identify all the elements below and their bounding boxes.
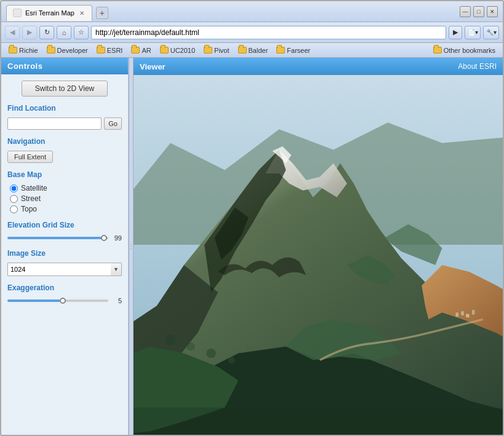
bookmark-uc2010[interactable]: UC2010 (156, 46, 199, 55)
bookmark-label: Other bookmarks (444, 47, 495, 54)
image-size-select[interactable]: 256 512 1024 2048 (7, 263, 113, 276)
bookmark-developer[interactable]: Developer (43, 46, 92, 55)
base-map-radio-group: Satellite Street Topo (7, 184, 122, 213)
address-input[interactable] (91, 26, 446, 39)
folder-icon (9, 47, 17, 54)
home-btn[interactable]: ⌂ (57, 26, 71, 39)
image-size-label: Image Size (7, 249, 122, 258)
find-location-input[interactable] (7, 117, 102, 130)
find-location-label: Find Location (7, 104, 122, 113)
bookmark-farseer[interactable]: Farseer (273, 46, 314, 55)
svg-point-19 (228, 357, 235, 363)
controls-panel: Controls Switch to 2D View Find Location… (1, 58, 129, 435)
window-controls: — □ ✕ (460, 6, 498, 17)
bookmark-label: Pivot (214, 47, 229, 54)
elevation-grid-size-label: Elevation Grid Size (7, 221, 122, 229)
switch-view-btn[interactable]: Switch to 2D View (22, 81, 108, 97)
bookmark-pivot[interactable]: Pivot (200, 46, 233, 55)
bookmark-label: AR (142, 47, 151, 54)
folder-icon (238, 47, 247, 54)
folder-icon (276, 47, 285, 54)
bookmark-label: Farseer (287, 47, 310, 54)
svg-rect-12 (456, 312, 458, 317)
maximize-btn[interactable]: □ (473, 6, 484, 17)
close-btn[interactable]: ✕ (487, 6, 498, 17)
bookmark-label: UC2010 (170, 47, 195, 54)
controls-body: Switch to 2D View Find Location Go Navig… (1, 74, 128, 311)
refresh-btn[interactable]: ↻ (39, 26, 54, 39)
bookmark-label: ESRI (107, 47, 123, 54)
bookmark-label: Developer (57, 47, 88, 54)
new-tab-btn[interactable]: + (96, 7, 108, 19)
select-arrow-icon[interactable]: ▼ (111, 263, 122, 276)
folder-icon (131, 47, 140, 54)
terrain-map-svg (134, 75, 503, 435)
minimize-btn[interactable]: — (460, 6, 471, 17)
exaggeration-slider-value: 5 (112, 297, 122, 304)
tab-favicon (13, 9, 22, 17)
folder-icon (160, 47, 169, 54)
exaggeration-slider-track[interactable] (7, 299, 108, 302)
address-go-btn[interactable]: ▶ (449, 26, 462, 39)
title-bar: Esri Terrain Map ✕ + — □ ✕ (1, 1, 503, 22)
tab-title: Esri Terrain Map (25, 9, 74, 17)
bookmark-label: Balder (249, 47, 268, 54)
radio-satellite[interactable]: Satellite (10, 184, 122, 192)
viewer-title: Viewer (140, 62, 166, 71)
viewer-header: Viewer About ESRI (134, 58, 503, 75)
bookmark-esri[interactable]: ESRI (93, 46, 127, 55)
browser-tab[interactable]: Esri Terrain Map ✕ (6, 5, 92, 21)
back-btn[interactable]: ◀ (5, 26, 20, 39)
star-btn[interactable]: ☆ (74, 26, 89, 39)
other-bookmarks[interactable]: Other bookmarks (430, 46, 499, 55)
exaggeration-label: Exaggeration (7, 283, 122, 292)
svg-rect-13 (461, 311, 463, 315)
folder-icon (97, 47, 105, 54)
nav-bar: ◀ ▶ ↻ ⌂ ☆ ▶ 📄▾ 🔧▾ (1, 22, 503, 43)
svg-point-17 (186, 343, 194, 351)
find-row: Go (7, 117, 122, 130)
svg-point-16 (165, 335, 176, 346)
svg-rect-22 (134, 408, 503, 435)
about-esri-link[interactable]: About ESRI (458, 62, 497, 71)
folder-icon (204, 47, 212, 54)
radio-street[interactable]: Street (10, 194, 122, 203)
resize-handle[interactable]: ⋮ (129, 58, 134, 435)
tab-close-btn[interactable]: ✕ (78, 10, 86, 17)
browser-window: Esri Terrain Map ✕ + — □ ✕ ◀ ▶ ↻ ⌂ ☆ ▶ 📄… (0, 0, 504, 436)
folder-icon (47, 47, 55, 54)
elevation-slider-value: 99 (112, 234, 122, 242)
folder-icon (433, 47, 442, 54)
navigation-label: Navigation (7, 137, 122, 146)
bookmark-balder[interactable]: Balder (234, 46, 272, 55)
image-size-select-wrapper: 256 512 1024 2048 ▼ (7, 263, 122, 276)
tools-menu-btn[interactable]: 🔧▾ (483, 26, 499, 39)
bookmark-ar[interactable]: AR (127, 46, 154, 55)
controls-header: Controls (1, 58, 128, 74)
full-extent-btn[interactable]: Full Extent (7, 151, 53, 163)
elevation-slider-row: 99 (7, 234, 122, 242)
exaggeration-slider-row: 5 (7, 297, 122, 304)
svg-point-18 (206, 349, 215, 358)
content-area: Controls Switch to 2D View Find Location… (1, 58, 503, 435)
page-menu-btn[interactable]: 📄▾ (465, 26, 481, 39)
bookmark-richie[interactable]: Richie (5, 46, 42, 55)
svg-rect-14 (466, 314, 470, 318)
viewer-panel: Viewer About ESRI (134, 58, 503, 435)
elevation-slider-track[interactable] (7, 237, 108, 239)
svg-rect-15 (472, 310, 474, 315)
viewer-canvas[interactable] (134, 75, 503, 435)
forward-btn[interactable]: ▶ (22, 26, 37, 39)
base-map-label: Base Map (7, 170, 122, 179)
radio-topo[interactable]: Topo (10, 205, 122, 213)
bookmarks-bar: Richie Developer ESRI AR UC2010 Pivot Ba… (1, 43, 503, 58)
find-go-btn[interactable]: Go (104, 117, 122, 130)
bookmark-label: Richie (19, 47, 38, 54)
elevation-slider-thumb[interactable] (101, 235, 107, 241)
exaggeration-slider-thumb[interactable] (60, 298, 66, 304)
